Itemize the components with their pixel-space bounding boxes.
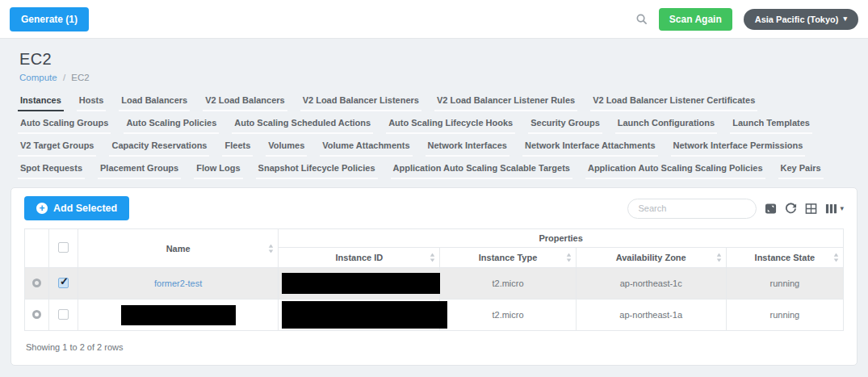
tab-application-auto-scaling-scaling-policies[interactable]: Application Auto Scaling Scaling Policie…	[585, 157, 765, 179]
name-cell	[78, 300, 279, 331]
tab-v2-load-balancers[interactable]: V2 Load Balancers	[203, 89, 287, 111]
search-icon[interactable]	[635, 13, 648, 25]
breadcrumb-separator: /	[63, 73, 65, 82]
table-search-input[interactable]	[627, 199, 757, 219]
tab-instances[interactable]: Instances	[18, 89, 64, 111]
tab-security-groups[interactable]: Security Groups	[528, 111, 602, 134]
refresh-icon[interactable]	[785, 203, 797, 215]
table-card: + Add Selected ▾	[10, 187, 858, 366]
tab-auto-scaling-policies[interactable]: Auto Scaling Policies	[124, 111, 219, 134]
tab-v2-target-groups[interactable]: V2 Target Groups	[18, 134, 96, 157]
availability-zone-cell: ap-northeast-1c	[576, 268, 726, 300]
instance-type-cell: t2.micro	[440, 268, 576, 300]
card-toolbar: + Add Selected ▾	[24, 196, 844, 220]
topbar-right: Scan Again Asia Pacific (Tokyo) ▾	[635, 8, 858, 31]
column-label: Availability Zone	[616, 253, 686, 262]
tab-auto-scaling-lifecycle-hooks[interactable]: Auto Scaling Lifecycle Hooks	[386, 111, 515, 134]
tab-load-balancers[interactable]: Load Balancers	[119, 89, 190, 111]
scan-again-button[interactable]: Scan Again	[659, 8, 732, 31]
tab-fleets[interactable]: Fleets	[222, 134, 253, 157]
tab-hosts[interactable]: Hosts	[77, 89, 107, 111]
tab-snapshot-lifecycle-policies[interactable]: Snapshot Lifecycle Policies	[256, 157, 378, 179]
region-dropdown[interactable]: Asia Pacific (Tokyo) ▾	[744, 9, 858, 30]
column-label: Instance State	[755, 253, 816, 262]
sort-icon	[566, 253, 572, 262]
name-cell: former2-test	[78, 268, 279, 300]
instance-name-link[interactable]: former2-test	[154, 279, 202, 288]
page-header: EC2 Compute / EC2	[0, 39, 868, 84]
table-toolbar-right: ▾	[627, 199, 844, 219]
tab-launch-configurations[interactable]: Launch Configurations	[615, 111, 717, 134]
instance-type-cell: t2.micro	[440, 300, 576, 331]
add-selected-button[interactable]: + Add Selected	[24, 196, 129, 220]
column-header-instance-type[interactable]: Instance Type	[440, 248, 576, 268]
sort-icon	[268, 244, 274, 253]
topbar: Generate (1) Scan Again Asia Pacific (To…	[0, 0, 868, 39]
tab-placement-groups[interactable]: Placement Groups	[98, 157, 181, 179]
pagination-info: Showing 1 to 2 of 2 rows	[24, 331, 844, 362]
generate-button[interactable]: Generate (1)	[10, 7, 89, 31]
expand-row-icon[interactable]	[32, 310, 41, 319]
redacted-instance-id	[282, 301, 447, 329]
tab-network-interface-attachments[interactable]: Network Interface Attachments	[522, 134, 658, 157]
column-header-name[interactable]: Name	[78, 229, 279, 268]
resource-tabs: InstancesHostsLoad BalancersV2 Load Bala…	[0, 84, 858, 179]
select-cell: ✓	[49, 268, 78, 300]
tab-auto-scaling-scheduled-actions[interactable]: Auto Scaling Scheduled Actions	[232, 111, 373, 134]
select-all-header: ✓	[49, 229, 78, 268]
region-label: Asia Pacific (Tokyo)	[755, 15, 839, 24]
availability-zone-cell: ap-northeast-1a	[576, 300, 726, 331]
breadcrumb-current: EC2	[71, 73, 89, 82]
expand-column-header	[25, 229, 49, 268]
add-selected-label: Add Selected	[53, 203, 117, 214]
caret-down-icon: ▾	[840, 205, 844, 212]
select-all-checkbox[interactable]: ✓	[58, 242, 69, 253]
expand-cell	[25, 300, 49, 331]
instance-id-cell	[279, 300, 440, 331]
tab-spot-requests[interactable]: Spot Requests	[18, 157, 85, 179]
tab-v2-load-balancer-listener-rules[interactable]: V2 Load Balancer Listener Rules	[434, 89, 577, 111]
tab-volumes[interactable]: Volumes	[266, 134, 307, 157]
tab-volume-attachments[interactable]: Volume Attachments	[320, 134, 412, 157]
column-label: Instance ID	[336, 253, 384, 262]
row-checkbox[interactable]: ✓	[58, 278, 69, 288]
tab-key-pairs[interactable]: Key Pairs	[778, 157, 824, 179]
table-row: ✓ t2.micro ap-northeast-1a running	[25, 300, 844, 331]
tab-flow-logs[interactable]: Flow Logs	[194, 157, 242, 179]
column-label: Instance Type	[479, 253, 538, 262]
column-header-instance-id[interactable]: Instance ID	[279, 248, 440, 268]
redacted-instance-id	[282, 273, 447, 294]
column-group-properties: Properties	[279, 229, 844, 248]
table-row: ✓ former2-test t2.micro ap-northeast-1c …	[25, 268, 844, 300]
tab-network-interface-permissions[interactable]: Network Interface Permissions	[671, 134, 806, 157]
caret-down-icon: ▾	[843, 15, 847, 23]
tab-auto-scaling-groups[interactable]: Auto Scaling Groups	[18, 111, 111, 134]
tab-application-auto-scaling-scalable-targets[interactable]: Application Auto Scaling Scalable Target…	[391, 157, 572, 179]
tab-v2-load-balancer-listener-certificates[interactable]: V2 Load Balancer Listener Certificates	[590, 89, 757, 111]
tab-network-interfaces[interactable]: Network Interfaces	[426, 134, 509, 157]
page-title: EC2	[19, 50, 849, 69]
redacted-name	[121, 305, 236, 325]
columns-dropdown-icon[interactable]: ▾	[825, 203, 844, 215]
tab-launch-templates[interactable]: Launch Templates	[730, 111, 812, 134]
column-header-instance-state[interactable]: Instance State	[726, 248, 843, 268]
breadcrumb: Compute / EC2	[19, 73, 849, 82]
row-checkbox[interactable]: ✓	[58, 309, 69, 320]
plus-icon: +	[36, 203, 48, 214]
sort-icon	[833, 253, 839, 262]
column-header-availability-zone[interactable]: Availability Zone	[576, 248, 726, 268]
select-cell: ✓	[49, 300, 78, 331]
tab-capacity-reservations[interactable]: Capacity Reservations	[109, 134, 209, 157]
instance-state-cell: running	[726, 268, 843, 300]
fullscreen-icon[interactable]	[765, 203, 777, 215]
sort-icon	[716, 253, 722, 262]
instance-id-cell	[279, 268, 440, 300]
toggle-view-icon[interactable]	[805, 203, 817, 215]
tab-v2-load-balancer-listeners[interactable]: V2 Load Balancer Listeners	[300, 89, 421, 111]
breadcrumb-compute-link[interactable]: Compute	[19, 73, 57, 82]
sort-icon	[430, 253, 435, 262]
instance-state-cell: running	[726, 300, 843, 331]
expand-row-icon[interactable]	[32, 279, 41, 287]
expand-cell	[25, 268, 49, 300]
column-label: Name	[166, 244, 191, 253]
